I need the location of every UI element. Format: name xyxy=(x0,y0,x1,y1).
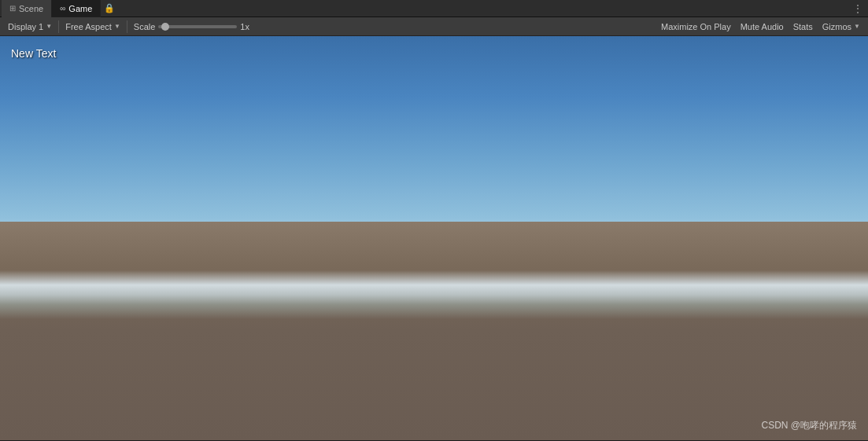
mute-label: Mute Audio xyxy=(741,22,784,31)
new-text-label: New Text xyxy=(11,47,56,60)
scale-value: 1x xyxy=(240,22,249,31)
tab-scene-label: Scene xyxy=(19,4,43,13)
scale-section: Scale 1x xyxy=(129,22,254,31)
scale-label: Scale xyxy=(134,22,156,31)
watermark: CSDN @咆哮的程序猿 xyxy=(761,419,857,432)
display-selector[interactable]: Display 1 ▼ xyxy=(3,18,57,35)
aspect-selector[interactable]: Free Aspect ▼ xyxy=(61,18,125,35)
tab-game-label: Game xyxy=(68,4,92,13)
scale-slider[interactable] xyxy=(158,25,237,28)
toolbar-sep-2 xyxy=(127,20,127,33)
scale-slider-thumb xyxy=(161,23,169,31)
lock-icon: 🔒 xyxy=(101,3,118,13)
maximize-on-play-button[interactable]: Maximize On Play xyxy=(656,18,736,35)
ground xyxy=(0,222,868,440)
gizmos-selector[interactable]: Gizmos ▼ xyxy=(818,18,865,35)
mute-audio-button[interactable]: Mute Audio xyxy=(736,18,789,35)
tab-scene[interactable]: ⊞ Scene xyxy=(2,0,52,17)
display-label: Display 1 xyxy=(8,22,43,31)
toolbar-right: Maximize On Play Mute Audio Stats Gizmos… xyxy=(656,18,865,35)
stats-button[interactable]: Stats xyxy=(789,18,818,35)
aspect-label: Free Aspect xyxy=(65,22,112,31)
game-viewport: New Text CSDN @咆哮的程序猿 xyxy=(0,36,868,440)
stats-label: Stats xyxy=(793,22,813,31)
gizmos-dropdown-arrow: ▼ xyxy=(854,23,860,30)
scene-icon: ⊞ xyxy=(9,4,16,13)
horizon-haze xyxy=(0,270,868,319)
display-dropdown-arrow: ▼ xyxy=(46,23,52,30)
tab-game[interactable]: ∞ Game xyxy=(52,0,101,17)
game-icon: ∞ xyxy=(60,4,65,13)
toolbar: Display 1 ▼ Free Aspect ▼ Scale 1x Maxim… xyxy=(0,17,868,36)
maximize-label: Maximize On Play xyxy=(661,22,731,31)
toolbar-sep-1 xyxy=(58,20,59,33)
tab-more-button[interactable]: ⋮ xyxy=(848,2,868,15)
gizmos-label: Gizmos xyxy=(822,22,851,31)
aspect-dropdown-arrow: ▼ xyxy=(114,23,120,30)
tab-bar: ⊞ Scene ∞ Game 🔒 ⋮ xyxy=(0,0,868,17)
